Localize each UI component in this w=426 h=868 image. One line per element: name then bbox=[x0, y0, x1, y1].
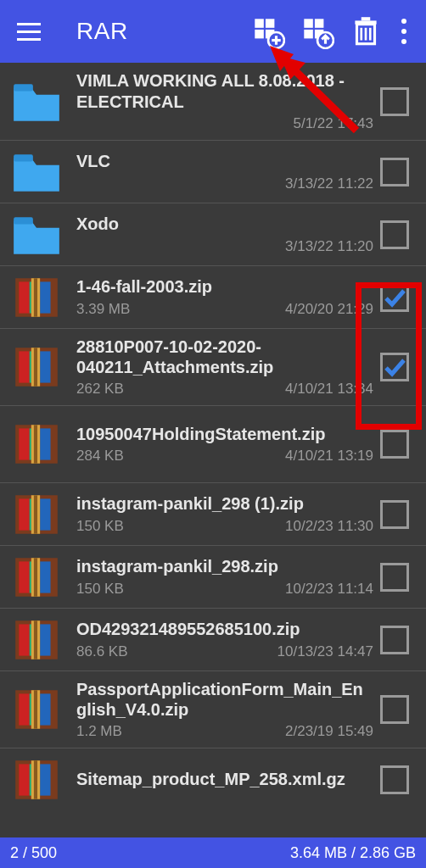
app-header: RAR bbox=[0, 0, 426, 63]
svg-rect-21 bbox=[14, 217, 33, 224]
file-name: VIMLA WORKING ALL 8.08.2018 - ELECTRICAL bbox=[76, 70, 373, 112]
archive-extract-button[interactable] bbox=[292, 14, 341, 49]
file-date: 10/13/23 14:47 bbox=[277, 643, 373, 660]
file-checkbox[interactable] bbox=[380, 283, 409, 312]
svg-rect-53 bbox=[19, 624, 29, 655]
file-name: 10950047HoldingStatement.zip bbox=[76, 424, 373, 444]
svg-rect-39 bbox=[34, 425, 37, 463]
list-item[interactable]: PassportApplicationForm_Main_English_V4.… bbox=[0, 670, 426, 748]
svg-rect-29 bbox=[19, 351, 29, 382]
file-date: 3/13/22 11:22 bbox=[285, 175, 373, 192]
file-date: 2/23/19 15:49 bbox=[285, 723, 373, 740]
file-date: 4/10/21 13:19 bbox=[285, 448, 373, 465]
file-date: 10/2/23 11:30 bbox=[285, 518, 373, 535]
zip-icon bbox=[10, 683, 63, 736]
svg-rect-9 bbox=[304, 30, 313, 39]
svg-rect-19 bbox=[14, 84, 33, 91]
file-checkbox[interactable] bbox=[380, 563, 409, 592]
svg-rect-0 bbox=[255, 19, 264, 28]
svg-rect-20 bbox=[14, 154, 33, 161]
zip-icon bbox=[10, 754, 63, 806]
file-name: OD429321489552685100.zip bbox=[76, 619, 373, 639]
file-name: 28810P007-10-02-2020-040211_Attachments.… bbox=[76, 337, 373, 378]
file-name: VLC bbox=[76, 151, 373, 171]
svg-rect-41 bbox=[19, 498, 29, 530]
file-checkbox[interactable] bbox=[380, 353, 409, 381]
status-size: 3.64 MB / 2.86 GB bbox=[290, 844, 416, 862]
svg-rect-43 bbox=[40, 498, 50, 530]
svg-rect-7 bbox=[304, 19, 313, 28]
list-item[interactable]: 10950047HoldingStatement.zip 284 KB 4/10… bbox=[0, 405, 426, 482]
zip-icon bbox=[10, 614, 63, 666]
file-checkbox[interactable] bbox=[380, 158, 409, 186]
svg-rect-37 bbox=[40, 428, 50, 459]
file-date: 4/10/21 13:34 bbox=[285, 381, 373, 398]
status-bar: 2 / 500 3.64 MB / 2.86 GB bbox=[0, 837, 426, 868]
file-checkbox[interactable] bbox=[380, 765, 409, 794]
zip-icon bbox=[10, 418, 63, 470]
svg-rect-67 bbox=[40, 764, 50, 795]
svg-rect-45 bbox=[34, 495, 37, 533]
file-date: 3/13/22 11:20 bbox=[285, 238, 373, 255]
list-item[interactable]: Xodo 3/13/22 11:20 bbox=[0, 203, 426, 265]
delete-button[interactable] bbox=[341, 14, 390, 49]
svg-rect-2 bbox=[255, 30, 264, 39]
svg-rect-27 bbox=[34, 278, 37, 316]
svg-rect-61 bbox=[40, 693, 50, 725]
app-title: RAR bbox=[76, 18, 128, 45]
file-date: 5/1/22 17:43 bbox=[293, 115, 373, 132]
svg-rect-35 bbox=[19, 428, 29, 459]
list-item[interactable]: VLC 3/13/22 11:22 bbox=[0, 140, 426, 203]
svg-rect-57 bbox=[34, 620, 37, 659]
file-checkbox[interactable] bbox=[380, 87, 409, 116]
list-item[interactable]: 1-46-fall-2003.zip 3.39 MB 4/20/20 21:29 bbox=[0, 265, 426, 328]
list-item[interactable]: instagram-pankil_298 (1).zip 150 KB 10/2… bbox=[0, 482, 426, 545]
file-name: Xodo bbox=[76, 214, 373, 234]
menu-icon[interactable] bbox=[17, 17, 46, 46]
svg-rect-33 bbox=[34, 348, 37, 386]
list-item[interactable]: Sitemap_product_MP_258.xml.gz bbox=[0, 748, 426, 810]
zip-icon bbox=[10, 341, 63, 393]
file-checkbox[interactable] bbox=[380, 220, 409, 249]
list-item[interactable]: 28810P007-10-02-2020-040211_Attachments.… bbox=[0, 328, 426, 405]
list-item[interactable]: VIMLA WORKING ALL 8.08.2018 - ELECTRICAL… bbox=[0, 63, 426, 140]
file-date: 10/2/23 11:14 bbox=[285, 581, 373, 598]
svg-rect-69 bbox=[34, 760, 37, 798]
svg-rect-49 bbox=[40, 561, 50, 593]
svg-rect-1 bbox=[266, 19, 275, 28]
svg-rect-59 bbox=[19, 693, 29, 725]
file-name: instagram-pankil_298 (1).zip bbox=[76, 493, 373, 514]
file-size: 262 KB bbox=[76, 381, 124, 398]
file-checkbox[interactable] bbox=[380, 626, 409, 654]
svg-rect-31 bbox=[40, 351, 50, 382]
folder-icon bbox=[10, 75, 63, 128]
folder-icon bbox=[10, 209, 63, 261]
zip-icon bbox=[10, 271, 63, 324]
file-list: VIMLA WORKING ALL 8.08.2018 - ELECTRICAL… bbox=[0, 63, 426, 837]
file-size: 150 KB bbox=[76, 581, 124, 598]
svg-rect-55 bbox=[40, 624, 50, 655]
status-count: 2 / 500 bbox=[10, 844, 57, 862]
more-icon[interactable] bbox=[390, 19, 418, 44]
file-date: 4/20/20 21:29 bbox=[285, 301, 373, 318]
file-checkbox[interactable] bbox=[380, 500, 409, 529]
zip-icon bbox=[10, 488, 63, 541]
file-size: 86.6 KB bbox=[76, 643, 128, 660]
file-name: PassportApplicationForm_Main_English_V4.… bbox=[76, 679, 373, 721]
svg-rect-65 bbox=[19, 764, 29, 795]
archive-add-button[interactable] bbox=[243, 14, 292, 49]
svg-rect-63 bbox=[34, 690, 37, 728]
list-item[interactable]: OD429321489552685100.zip 86.6 KB 10/13/2… bbox=[0, 608, 426, 670]
file-size: 284 KB bbox=[76, 448, 124, 465]
svg-rect-51 bbox=[34, 558, 37, 596]
list-item[interactable]: instagram-pankil_298.zip 150 KB 10/2/23 … bbox=[0, 545, 426, 608]
file-checkbox[interactable] bbox=[380, 695, 409, 724]
svg-rect-15 bbox=[362, 17, 371, 20]
svg-rect-23 bbox=[19, 281, 29, 313]
file-checkbox[interactable] bbox=[380, 430, 409, 459]
file-name: 1-46-fall-2003.zip bbox=[76, 276, 373, 297]
svg-rect-47 bbox=[19, 561, 29, 593]
file-size: 3.39 MB bbox=[76, 301, 130, 318]
file-name: Sitemap_product_MP_258.xml.gz bbox=[76, 769, 373, 789]
svg-rect-14 bbox=[355, 20, 376, 24]
